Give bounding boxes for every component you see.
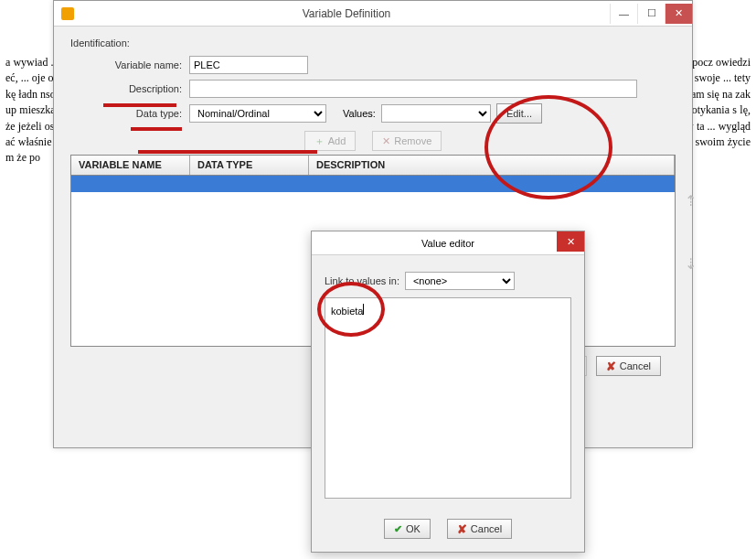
remove-button: ✕ Remove <box>372 131 442 151</box>
x-icon: ✘ <box>606 360 616 373</box>
dialog-titlebar: Value editor ✕ <box>312 231 584 255</box>
minimize-button[interactable]: — <box>610 4 637 24</box>
data-type-select[interactable]: Nominal/Ordinal <box>189 104 326 123</box>
scroll-down-icon[interactable]: ⇣ <box>685 255 697 273</box>
x-icon: ✕ <box>382 135 390 147</box>
window-title: Variable Definition <box>83 7 610 20</box>
col-variable-name: VARIABLE NAME <box>71 156 190 175</box>
dialog-close-button[interactable]: ✕ <box>557 231 584 252</box>
value-entry[interactable]: kobieta <box>331 306 363 317</box>
values-select[interactable] <box>381 104 491 123</box>
table-row[interactable] <box>71 176 675 192</box>
link-values-select[interactable]: <none> <box>405 272 515 290</box>
col-data-type: DATA TYPE <box>190 156 309 175</box>
x-icon: ✘ <box>457 522 467 536</box>
link-values-label: Link to values in: <box>325 275 399 286</box>
description-input[interactable] <box>189 80 637 98</box>
ok-button[interactable]: ✔ OK <box>384 519 431 539</box>
values-label: Values: <box>343 108 376 119</box>
scroll-up-icon[interactable]: ⇡ <box>685 192 697 210</box>
col-description: DESCRIPTION <box>309 156 675 175</box>
dialog-title: Value editor <box>421 238 474 249</box>
add-button: ＋ Add <box>304 131 357 151</box>
titlebar: Variable Definition — ☐ ✕ <box>54 1 692 27</box>
variable-name-input[interactable] <box>189 56 308 74</box>
app-icon <box>61 7 74 20</box>
dialog-cancel-button[interactable]: ✘ Cancel <box>447 519 512 539</box>
description-label: Description: <box>70 83 189 94</box>
variable-name-label: Variable name: <box>70 59 189 70</box>
table-header: VARIABLE NAME DATA TYPE DESCRIPTION <box>71 156 675 176</box>
values-listbox[interactable]: kobieta <box>325 297 571 499</box>
cancel-button[interactable]: ✘ Cancel <box>596 356 661 376</box>
check-icon: ✔ <box>394 523 402 535</box>
plus-icon: ＋ <box>314 134 325 148</box>
data-type-label: Data type: <box>70 108 189 119</box>
close-button[interactable]: ✕ <box>665 4 692 24</box>
maximize-button[interactable]: ☐ <box>637 4 665 24</box>
edit-values-button[interactable]: Edit... <box>496 103 542 124</box>
identification-label: Identification: <box>70 38 676 48</box>
value-editor-dialog: Value editor ✕ Link to values in: <none>… <box>311 231 585 553</box>
